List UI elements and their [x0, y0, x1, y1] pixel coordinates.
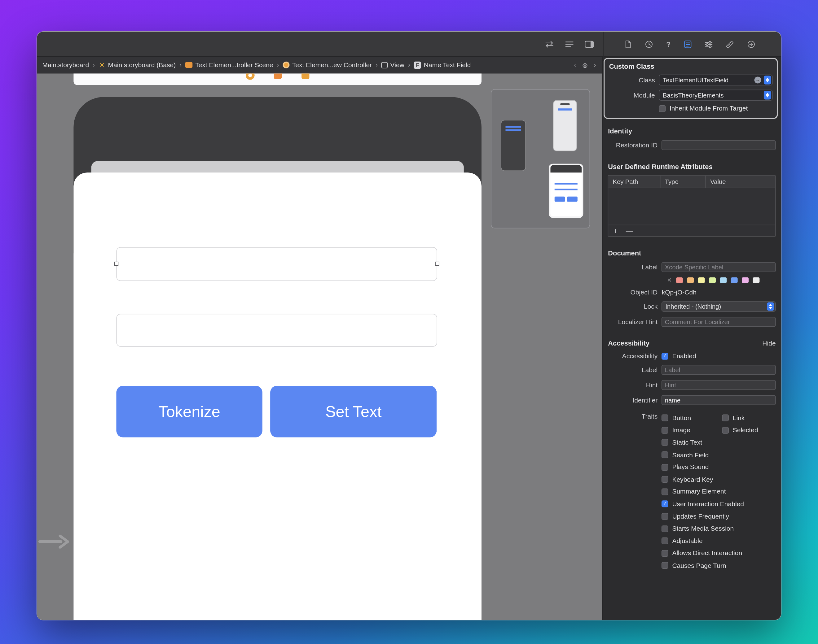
accessibility-section-header: Accessibility Hide [608, 339, 775, 347]
minimap-scene-thumbnail-light[interactable] [553, 100, 577, 151]
trait-label: Starts Media Session [672, 525, 734, 532]
minimap-scene-thumbnail-dark[interactable] [501, 120, 526, 171]
remove-attribute-button[interactable]: — [626, 227, 633, 235]
object-id-label: Object ID [603, 289, 658, 296]
editor-layout-icon[interactable] [584, 41, 594, 48]
color-swatch[interactable] [742, 278, 749, 283]
breadcrumb-item[interactable]: Text Elemen...troller Scene [185, 61, 273, 69]
traits-label: Traits [603, 413, 658, 420]
back-chevron-icon[interactable]: ‹ [574, 61, 576, 69]
trait-selected: Selected [722, 427, 758, 434]
breadcrumb-item[interactable]: Text Elemen...ew Controller [283, 61, 372, 69]
trait-checkbox[interactable] [662, 562, 669, 569]
lock-dropdown[interactable]: Inherited - (Nothing) [662, 301, 776, 312]
trait-starts-media-session: Starts Media Session [662, 525, 722, 532]
add-attribute-button[interactable]: + [613, 227, 618, 235]
color-swatch[interactable] [720, 278, 727, 283]
trait-checkbox[interactable] [662, 513, 669, 520]
accessibility-enabled-checkbox[interactable] [662, 353, 669, 359]
forward-chevron-icon[interactable]: › [594, 61, 596, 69]
second-text-field[interactable] [116, 314, 437, 347]
trait-row: Keyboard Key [662, 474, 776, 486]
hide-button[interactable]: Hide [762, 340, 775, 347]
identity-inspector-icon-selected[interactable] [684, 40, 692, 49]
selection-handle-left[interactable] [114, 262, 118, 266]
help-inspector-icon[interactable]: ? [666, 40, 670, 49]
class-dropdown-stepper-icon[interactable] [764, 75, 771, 84]
accessibility-label-input[interactable] [662, 365, 776, 375]
color-swatch[interactable] [709, 278, 716, 283]
breadcrumb-item[interactable]: View [381, 61, 404, 69]
connections-inspector-icon[interactable] [747, 40, 755, 49]
class-combo-field[interactable]: TextElementUITextField → [659, 75, 772, 86]
color-swatch[interactable] [730, 278, 737, 283]
document-label-input[interactable] [662, 262, 776, 272]
column-type[interactable]: Type [661, 176, 706, 188]
view-controller-view[interactable]: Tokenize Set Text [74, 172, 481, 620]
accessibility-identifier-input[interactable] [662, 395, 776, 405]
module-dropdown-stepper-icon[interactable] [764, 91, 771, 100]
breadcrumb-separator: › [179, 61, 181, 69]
file-inspector-icon[interactable] [624, 40, 632, 49]
trait-checkbox[interactable] [662, 451, 669, 458]
breadcrumb-separator: › [277, 61, 279, 69]
size-inspector-icon[interactable] [725, 40, 734, 49]
trait-checkbox[interactable] [662, 550, 669, 557]
trait-checkbox[interactable] [662, 439, 669, 446]
localizer-hint-input[interactable] [662, 317, 776, 327]
name-text-field[interactable] [116, 247, 437, 281]
color-swatch[interactable] [676, 278, 683, 283]
trait-checkbox[interactable] [662, 427, 669, 434]
toolbar-divider [603, 32, 604, 57]
history-inspector-icon[interactable] [645, 40, 653, 49]
accessibility-hint-label: Hint [603, 382, 658, 389]
restoration-id-input[interactable] [662, 140, 776, 150]
close-circle-icon[interactable]: ⊗ [582, 61, 588, 69]
color-swatch[interactable] [698, 278, 704, 283]
breadcrumb-item[interactable]: ✕Main.storyboard (Base) [98, 61, 176, 69]
first-responder-dock-icon[interactable] [274, 74, 281, 79]
scene-icon [185, 62, 193, 68]
clear-color-icon[interactable]: ✕ [667, 277, 672, 284]
selection-handle-right[interactable] [435, 262, 439, 266]
trait-checkbox[interactable] [662, 525, 669, 532]
trait-label: Allows Direct Interaction [672, 550, 742, 557]
line-list-icon[interactable] [565, 41, 574, 48]
attributes-inspector-icon[interactable] [704, 40, 712, 48]
trait-button: Button [662, 414, 722, 422]
accessibility-hint-input[interactable] [662, 380, 776, 390]
inherit-module-checkbox[interactable] [659, 105, 666, 112]
trait-label: Summary Element [672, 488, 726, 496]
trait-checkbox[interactable] [722, 415, 729, 422]
trait-checkbox[interactable] [662, 464, 669, 471]
trait-checkbox[interactable] [662, 501, 669, 508]
set-text-button[interactable]: Set Text [270, 386, 437, 437]
breadcrumb-item[interactable]: FName Text Field [414, 61, 471, 69]
trait-causes-page-turn: Causes Page Turn [662, 562, 722, 569]
exit-dock-icon[interactable] [301, 74, 309, 79]
breadcrumb-label: Main.storyboard [42, 61, 89, 69]
trait-checkbox[interactable] [662, 488, 669, 495]
runtime-attributes-table: Key Path Type Value + — [608, 175, 775, 237]
column-key-path[interactable]: Key Path [609, 176, 661, 188]
tokenize-button[interactable]: Tokenize [116, 386, 262, 437]
jump-to-class-icon[interactable]: → [755, 77, 761, 83]
breadcrumb-item[interactable]: Main.storyboard [42, 61, 89, 69]
trait-label: Static Text [672, 439, 702, 446]
swap-editors-icon[interactable] [544, 41, 555, 48]
color-swatch[interactable] [753, 278, 760, 283]
trait-checkbox[interactable] [662, 476, 669, 483]
color-swatch[interactable] [687, 278, 694, 283]
custom-class-title: Custom Class [609, 63, 773, 70]
identity-section-title: Identity [608, 127, 775, 135]
controller-icon [283, 61, 289, 68]
module-combo-field[interactable]: BasisTheoryElements [659, 90, 772, 101]
trait-checkbox[interactable] [662, 415, 669, 422]
minimap-scene-thumbnail-selected[interactable] [549, 164, 583, 218]
trait-checkbox[interactable] [662, 538, 669, 544]
trait-checkbox[interactable] [722, 427, 729, 434]
column-value[interactable]: Value [706, 178, 775, 186]
minimap-panel [491, 89, 590, 228]
breadcrumb-separator: › [375, 61, 378, 69]
storyboard-canvas[interactable]: Tokenize Set Text [37, 74, 602, 620]
